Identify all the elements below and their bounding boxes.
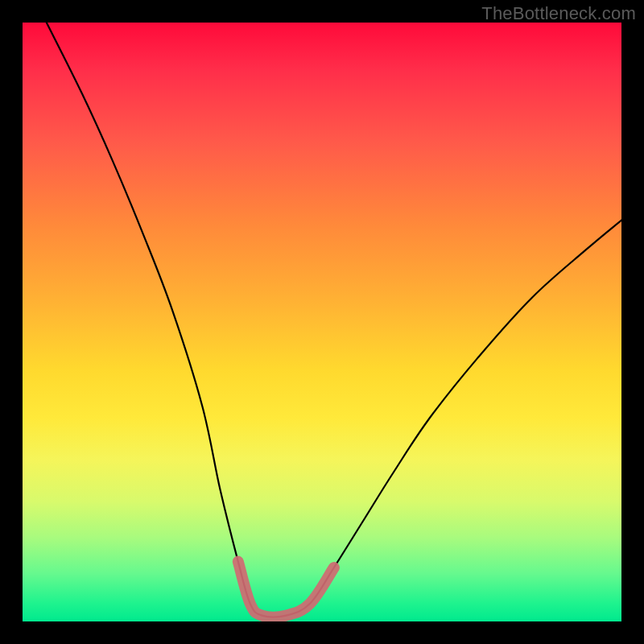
chart-frame: TheBottleneck.com xyxy=(0,0,644,644)
watermark-label: TheBottleneck.com xyxy=(481,3,636,24)
curve-svg xyxy=(23,23,621,621)
plot-area xyxy=(23,23,621,621)
bottleneck-curve xyxy=(47,23,621,617)
bottom-highlight xyxy=(238,562,334,617)
